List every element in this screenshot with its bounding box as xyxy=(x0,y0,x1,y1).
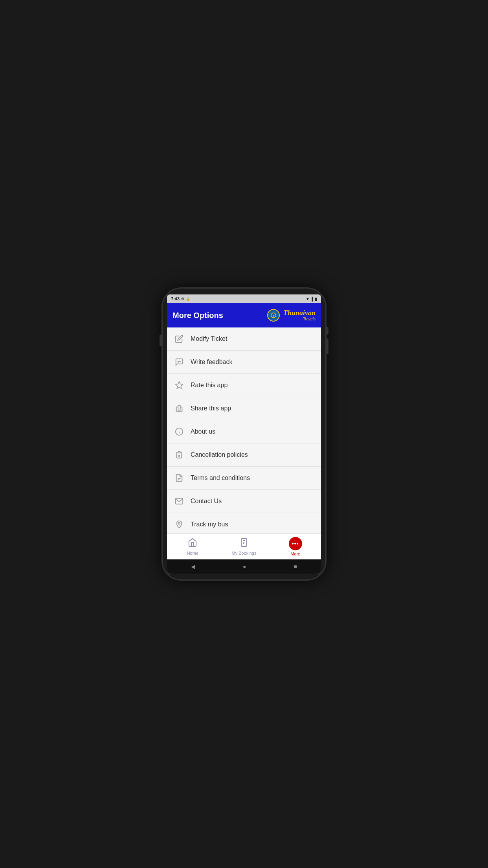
lock-icon: 🔒 xyxy=(186,297,190,301)
menu-item-track-bus[interactable]: Track my bus xyxy=(167,513,321,533)
home-icon xyxy=(188,538,197,550)
svg-marker-4 xyxy=(176,382,183,388)
android-nav-bar: ◀ ● ■ xyxy=(167,559,321,574)
about-us-label: About us xyxy=(191,428,215,435)
more-dots-icon: ••• xyxy=(289,537,302,550)
cancellation-label: Cancellation policies xyxy=(191,451,248,458)
logo-circle: T xyxy=(266,308,281,323)
document-icon xyxy=(174,473,184,483)
menu-item-cancellation[interactable]: Cancellation policies xyxy=(167,443,321,467)
battery-icon: ▮ xyxy=(315,297,317,301)
wifi-icon: ▾ xyxy=(306,296,309,302)
brand-name: Thunaivan xyxy=(283,309,316,316)
contact-us-label: Contact Us xyxy=(191,498,222,505)
clipboard-x-icon xyxy=(174,450,184,460)
nav-more[interactable]: ••• More xyxy=(270,534,321,559)
share-app-label: Share this app xyxy=(191,405,231,412)
menu-item-rate-app[interactable]: Rate this app xyxy=(167,374,321,397)
signal-icon: ▐ xyxy=(310,297,313,301)
app-header: More Options T Thunaivan Travels xyxy=(167,303,321,327)
mail-icon xyxy=(174,496,184,506)
modify-ticket-label: Modify Ticket xyxy=(191,335,227,342)
svg-rect-5 xyxy=(178,405,180,410)
menu-item-share-app[interactable]: Share this app xyxy=(167,397,321,420)
phone-screen: 7:43 ⊙ 🔒 ▾ ▐ ▮ More Options T xyxy=(167,294,321,574)
logo-inner: T xyxy=(268,310,279,321)
menu-item-modify-ticket[interactable]: Modify Ticket xyxy=(167,327,321,351)
info-icon xyxy=(174,427,184,437)
menu-item-write-feedback[interactable]: Write feedback xyxy=(167,351,321,374)
nav-home[interactable]: Home xyxy=(167,534,218,559)
nav-my-bookings[interactable]: My Bookings xyxy=(218,534,270,559)
svg-text:T: T xyxy=(273,314,275,318)
logo-svg-icon: T xyxy=(270,312,277,318)
status-right: ▾ ▐ ▮ xyxy=(306,296,317,302)
page-title: More Options xyxy=(172,311,223,320)
write-feedback-label: Write feedback xyxy=(191,359,232,366)
chat-icon xyxy=(174,357,184,367)
svg-point-14 xyxy=(178,522,180,524)
home-button[interactable]: ● xyxy=(243,563,246,570)
share-icon xyxy=(174,403,184,414)
menu-item-contact-us[interactable]: Contact Us xyxy=(167,490,321,513)
time-display: 7:43 xyxy=(171,296,180,301)
menu-item-terms[interactable]: Terms and conditions xyxy=(167,467,321,490)
sim-icon: ⊙ xyxy=(181,297,184,301)
svg-rect-9 xyxy=(178,452,180,453)
menu-list: Modify Ticket Write feedback xyxy=(167,327,321,533)
bookings-icon xyxy=(239,538,249,550)
rate-app-label: Rate this app xyxy=(191,382,227,389)
track-bus-label: Track my bus xyxy=(191,521,228,528)
status-left: 7:43 ⊙ 🔒 xyxy=(171,296,190,301)
recents-button[interactable]: ■ xyxy=(294,563,297,570)
phone-frame: 7:43 ⊙ 🔒 ▾ ▐ ▮ More Options T xyxy=(161,287,327,581)
logo-text: Thunaivan Travels xyxy=(283,309,316,321)
menu-item-about-us[interactable]: About us xyxy=(167,420,321,443)
back-button[interactable]: ◀ xyxy=(191,563,195,570)
brand-logo: T Thunaivan Travels xyxy=(266,308,316,323)
star-icon xyxy=(174,380,184,390)
bottom-nav: Home My Bookings ••• More xyxy=(167,533,321,559)
location-icon xyxy=(174,519,184,530)
pencil-icon xyxy=(174,334,184,344)
bookings-nav-label: My Bookings xyxy=(232,551,257,555)
terms-label: Terms and conditions xyxy=(191,474,250,482)
brand-sub: Travels xyxy=(283,317,316,321)
power-button xyxy=(327,327,328,335)
home-nav-label: Home xyxy=(187,551,198,555)
volume-down-button xyxy=(327,338,328,354)
volume-button xyxy=(160,335,161,346)
more-nav-label: More xyxy=(290,552,300,556)
status-bar: 7:43 ⊙ 🔒 ▾ ▐ ▮ xyxy=(167,294,321,303)
